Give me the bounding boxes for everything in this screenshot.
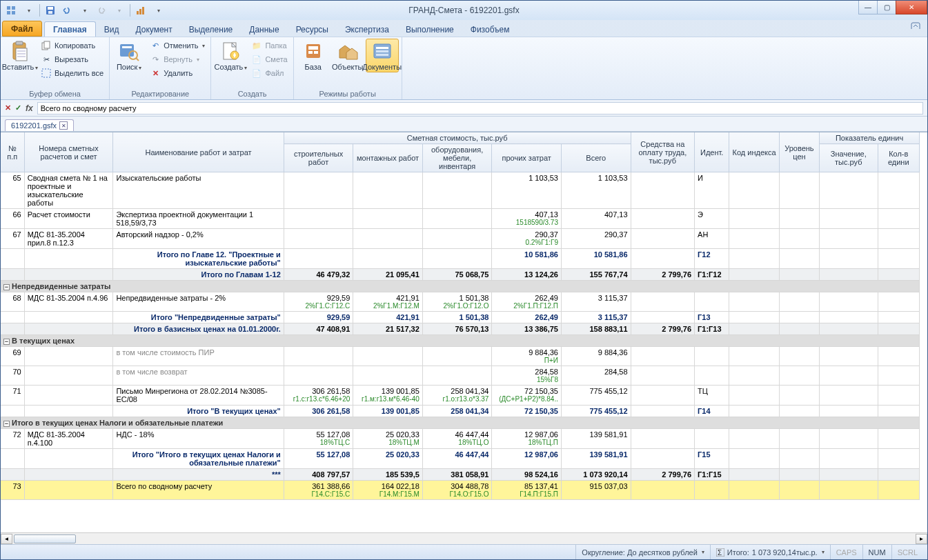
scroll-left[interactable]: ◄: [1, 534, 12, 544]
table-row[interactable]: 67МДС 81-35.2004 прил.8 п.12.3Авторский …: [1, 229, 920, 249]
delete-button[interactable]: ✕Удалить: [147, 66, 208, 80]
table-row[interactable]: ***408 797,57185 539,5381 058,9198 524,1…: [1, 469, 920, 481]
table-row[interactable]: 72МДС 81-35.2004 п.4.100НДС - 18%55 127,…: [1, 429, 920, 449]
svg-rect-8: [139, 9, 141, 14]
create-button[interactable]: Создать▾: [214, 39, 247, 73]
svg-text:Σ: Σ: [718, 549, 722, 557]
undo-button[interactable]: ↶Отменить▾: [147, 39, 208, 52]
table-row[interactable]: −В текущих ценах: [1, 335, 920, 347]
fx-icon[interactable]: fx: [26, 103, 33, 113]
redo-icon[interactable]: [94, 3, 109, 18]
table-row[interactable]: 69в том числе стоимость ПИР9 884,36П+И9 …: [1, 347, 920, 366]
base-button[interactable]: База: [297, 39, 330, 72]
document-tab[interactable]: 6192201.gsfx ✕: [5, 119, 74, 131]
tab-selection[interactable]: Выделение: [181, 22, 241, 37]
status-round[interactable]: Округление: До десятков рублей ▾: [575, 545, 709, 559]
table-row[interactable]: 68МДС 81-35.2004 п.4.96Непредвиденные за…: [1, 292, 920, 312]
folder-button[interactable]: 📁Папка: [248, 39, 290, 52]
table-row[interactable]: 70в том числе возврат284,5815%Г8284,58: [1, 366, 920, 386]
col-nomera[interactable]: Номера сметных расчетов и смет: [24, 132, 113, 172]
table-row[interactable]: 65Сводная смета № 1 на проектные и изыск…: [1, 172, 920, 209]
table-row[interactable]: −Непредвиденные затраты: [1, 281, 920, 292]
scroll-thumb[interactable]: [14, 534, 76, 543]
table-row[interactable]: 66Расчет стоимостиЭкспертиза проектной д…: [1, 209, 920, 229]
grid-icon[interactable]: [3, 3, 19, 18]
select-all-button[interactable]: Выделить все: [38, 66, 106, 80]
help-icon[interactable]: [911, 22, 922, 33]
svg-rect-12: [16, 48, 27, 61]
documents-button[interactable]: Документы: [366, 39, 399, 72]
svg-rect-19: [120, 44, 134, 57]
maximize-button[interactable]: ▢: [877, 1, 896, 14]
col-pok[interactable]: Показатель единич: [820, 132, 920, 144]
copy-button[interactable]: Копировать: [38, 39, 106, 52]
paste-button[interactable]: Вставить▾: [3, 39, 37, 73]
group-modes: Режимы работы: [297, 89, 399, 99]
svg-rect-11: [16, 41, 23, 45]
table-row[interactable]: −Итого в текущих ценах Налоги и обязател…: [1, 417, 920, 429]
redo-button[interactable]: ↷Вернуть▾: [147, 52, 208, 66]
col-sred[interactable]: Средства на оплату труда, тыс.руб: [631, 132, 695, 172]
col-kod[interactable]: Код индекса: [729, 132, 779, 172]
collapse-icon[interactable]: −: [3, 421, 10, 427]
table-row[interactable]: Итого "Непредвиденные затраты"929,59421,…: [1, 312, 920, 323]
minimize-button[interactable]: ―: [858, 1, 878, 14]
tab-execution[interactable]: Выполнение: [397, 22, 462, 37]
table-row[interactable]: Итого по Главе 12. "Проектные и изыскате…: [1, 249, 920, 269]
group-create: Создать: [214, 89, 290, 99]
tab-resources[interactable]: Ресурсы: [288, 22, 337, 37]
file-button[interactable]: 📄Файл: [248, 66, 290, 80]
col-ur[interactable]: Уровень цен: [779, 132, 819, 172]
tab-file[interactable]: Файл: [2, 21, 42, 37]
col-naim[interactable]: Наименование работ и затрат: [113, 132, 284, 172]
col-pp[interactable]: № п.п: [1, 132, 24, 172]
search-button[interactable]: Поиск▾: [112, 39, 146, 73]
close-button[interactable]: ✕: [896, 1, 927, 14]
table-row[interactable]: Итого в базисных ценах на 01.01.2000г.47…: [1, 323, 920, 335]
svg-rect-18: [42, 69, 50, 77]
close-doc-icon[interactable]: ✕: [59, 121, 68, 130]
svg-rect-20: [122, 46, 132, 48]
table-row[interactable]: Итого "В текущих ценах"306 261,58139 001…: [1, 406, 920, 417]
formula-input[interactable]: [37, 102, 923, 114]
h-scrollbar[interactable]: ◄ ►: [1, 532, 927, 544]
undo-dd[interactable]: ▾: [77, 3, 92, 18]
col-smet[interactable]: Сметная стоимость, тыс.руб: [284, 132, 631, 144]
collapse-icon[interactable]: −: [3, 284, 10, 290]
undo-icon[interactable]: [59, 3, 75, 18]
tab-physvolume[interactable]: Физобъем: [462, 22, 518, 37]
tab-expertise[interactable]: Экспертиза: [337, 22, 397, 37]
grid[interactable]: № п.п Номера сметных расчетов и смет Наи…: [1, 132, 927, 532]
cancel-formula[interactable]: ✕: [5, 103, 11, 112]
save-icon[interactable]: [43, 3, 58, 18]
collapse-icon[interactable]: −: [3, 339, 10, 345]
grid-dd[interactable]: ▾: [21, 3, 37, 18]
svg-rect-30: [376, 47, 388, 49]
table-row[interactable]: 71Письмо Минрегиона от 28.02.2014 №3085-…: [1, 386, 920, 406]
bars-icon[interactable]: [133, 3, 148, 18]
smeta-button[interactable]: 📄Смета: [248, 52, 290, 66]
tab-view[interactable]: Вид: [96, 22, 128, 37]
svg-rect-32: [376, 54, 388, 56]
caps-indicator: CAPS: [830, 545, 862, 559]
redo-dd[interactable]: ▾: [112, 3, 127, 18]
accept-formula[interactable]: ✓: [15, 103, 21, 112]
tab-document[interactable]: Документ: [127, 22, 180, 37]
cut-button[interactable]: ✂Вырезать: [38, 52, 106, 66]
svg-line-22: [136, 58, 139, 61]
scroll-right[interactable]: ►: [916, 534, 927, 544]
objects-button[interactable]: Объекты: [331, 39, 364, 72]
formula-bar: ✕ ✓ fx: [1, 100, 927, 117]
col-ident[interactable]: Идент.: [695, 132, 729, 172]
qat-more[interactable]: ▾: [151, 3, 166, 18]
table-row[interactable]: Итого по Главам 1-1246 479,3221 095,4175…: [1, 269, 920, 281]
svg-rect-17: [44, 41, 50, 48]
table-row[interactable]: Итого "Итого в текущих ценах Налоги и об…: [1, 449, 920, 469]
svg-rect-0: [7, 6, 10, 10]
status-bar: Округление: До десятков рублей ▾ Σ Итого…: [1, 544, 927, 559]
tab-main[interactable]: Главная: [44, 21, 96, 37]
sigma-icon: Σ: [716, 548, 724, 557]
tab-data[interactable]: Данные: [241, 22, 287, 37]
svg-rect-2: [7, 11, 10, 14]
table-row[interactable]: 73Всего по сводному расчету361 388,66Г14…: [1, 481, 920, 500]
